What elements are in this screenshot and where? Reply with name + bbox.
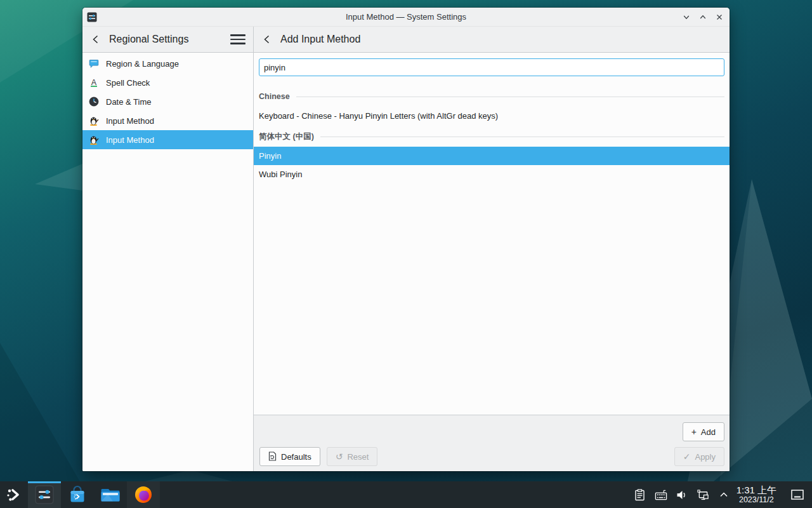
system-tray [634,488,730,501]
window-title: Input Method — System Settings [82,12,730,22]
group-divider [320,137,724,137]
sidebar-item-label: Input Method [106,116,154,126]
sidebar-item-spell-check[interactable]: A Spell Check [82,73,253,92]
document-revert-icon [268,451,277,462]
window-controls [681,8,724,27]
footer-bar: + Add [254,415,730,471]
keyboard-icon[interactable] [655,488,667,501]
defaults-button[interactable]: Defaults [259,447,320,466]
menu-icon[interactable] [230,33,246,46]
sidebar-item-date-time[interactable]: Date & Time [82,92,253,111]
sidebar-item-label: Date & Time [106,97,152,107]
task-discover[interactable] [61,481,94,508]
add-button[interactable]: + Add [683,422,724,441]
sidebar-item-label: Region & Language [106,59,179,69]
sidebar-item-input-method-1[interactable]: Input Method [82,111,253,130]
group-header-simplified-chinese: 简体中文 (中国) [254,131,730,142]
page-title: Add Input Method [280,34,360,45]
minimize-icon[interactable] [681,12,691,22]
show-desktop-icon[interactable] [789,486,806,503]
page-back-icon[interactable] [261,34,273,45]
list-item-pinyin[interactable]: Pinyin [254,147,730,165]
clipboard-icon[interactable] [634,488,646,501]
system-settings-window: Input Method — System Settings Regional … [82,8,730,471]
list-item-wubi-pinyin[interactable]: Wubi Pinyin [254,165,730,184]
maximize-icon[interactable] [698,12,708,22]
tray-expand-icon[interactable] [717,488,730,501]
network-icon[interactable] [697,488,709,501]
tux-icon [89,135,99,145]
sidebar-item-region-language[interactable]: Region & Language [82,54,253,73]
search-input[interactable] [259,58,724,76]
apply-button[interactable]: ✓ Apply [674,447,724,466]
sidebar: Region & Language A Spell Check [82,53,254,471]
group-title: Chinese [259,92,290,101]
task-firefox[interactable] [127,481,160,508]
main-panel: Chinese Keyboard - Chinese - Hanyu Pinyi… [254,53,730,471]
task-system-settings[interactable] [28,481,61,508]
system-settings-app-icon [87,12,97,22]
clock[interactable]: 1:31 上午 2023/11/2 [737,485,776,505]
sidebar-header: Regional Settings [82,27,254,52]
sidebar-title: Regional Settings [109,34,188,45]
reset-button-label: Reset [347,452,369,462]
spellcheck-icon: A [89,77,99,88]
list-item-keyboard-hanyu[interactable]: Keyboard - Chinese - Hanyu Pinyin Letter… [254,107,730,125]
clock-date: 2023/11/2 [737,495,776,504]
group-header-chinese: Chinese [254,91,730,102]
clock-time: 1:31 上午 [737,485,776,496]
sidebar-back-icon[interactable] [90,34,102,45]
defaults-button-label: Defaults [281,452,311,462]
add-button-label: Add [701,427,716,437]
header-bar: Regional Settings Add Input Method [82,27,730,53]
sidebar-item-label: Input Method [106,135,154,145]
tux-icon [89,116,99,126]
group-divider [296,97,724,97]
close-icon[interactable] [714,12,724,22]
titlebar[interactable]: Input Method — System Settings [82,8,730,27]
volume-icon[interactable] [676,488,688,501]
app-launcher-icon[interactable] [0,481,28,508]
sidebar-item-label: Spell Check [106,78,150,88]
search-area [254,53,730,81]
desktop: Input Method — System Settings Regional … [0,0,812,508]
undo-icon: ↺ [336,452,343,461]
svg-text:A: A [91,78,97,87]
input-method-list: Chinese Keyboard - Chinese - Hanyu Pinyi… [254,81,730,415]
taskbar: 1:31 上午 2023/11/2 [0,481,812,508]
page-header: Add Input Method [254,27,730,52]
clock-icon [89,97,99,107]
chat-bubble-icon [89,58,99,69]
group-title: 简体中文 (中国) [259,131,314,142]
apply-button-label: Apply [695,452,716,462]
plus-icon: + [691,427,697,436]
task-dolphin[interactable] [94,481,127,508]
check-icon: ✓ [683,452,691,461]
sidebar-item-input-method-2[interactable]: Input Method [82,130,253,149]
reset-button[interactable]: ↺ Reset [327,447,378,466]
